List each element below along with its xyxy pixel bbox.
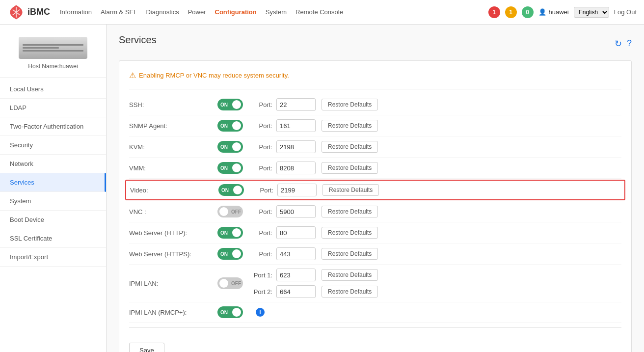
port-input-snmp[interactable]: [276, 119, 316, 132]
port-input-kvm[interactable]: [276, 140, 316, 153]
toggle-http[interactable]: ON: [217, 227, 243, 239]
restore-btn-vnc[interactable]: Restore Defaults: [322, 206, 378, 217]
service-row-http: Web Server (HTTP): ON Port: Restore Defa…: [129, 222, 621, 244]
toggle-ipmi-lan[interactable]: OFF: [217, 277, 243, 289]
sidebar-item-import-export[interactable]: Import/Export: [0, 248, 106, 267]
port2-input-ipmi-lan[interactable]: [276, 285, 316, 298]
service-row-vmm: VMM: ON Port: Restore Defaults: [129, 158, 621, 179]
toggle-https[interactable]: ON: [217, 248, 243, 260]
nav-information[interactable]: Information: [60, 8, 92, 16]
restore-btn-https[interactable]: Restore Defaults: [322, 248, 378, 260]
sidebar-item-boot-device[interactable]: Boot Device: [0, 211, 106, 229]
main-content: Services ↻ ? ⚠ Enabling RMCP or VNC may …: [107, 25, 644, 352]
toggle-ssh[interactable]: ON: [217, 99, 243, 110]
toggle-slider-https: ON: [217, 248, 243, 260]
badge-red[interactable]: 1: [488, 6, 500, 18]
badge-orange[interactable]: 1: [505, 6, 517, 18]
nav-alarm-sel[interactable]: Alarm & SEL: [101, 8, 137, 16]
divider-top: [129, 89, 621, 89]
service-label-http: Web Server (HTTP):: [129, 229, 217, 237]
restore-btn-ssh[interactable]: Restore Defaults: [322, 99, 378, 110]
toggle-slider-snmp: ON: [217, 120, 243, 132]
port1-input-ipmi-lan[interactable]: [276, 269, 316, 281]
toggle-kvm[interactable]: ON: [217, 141, 243, 153]
sidebar-item-local-users[interactable]: Local Users: [0, 80, 106, 99]
restore-btn-video[interactable]: Restore Defaults: [322, 184, 379, 196]
sidebar-item-ssl-certificate[interactable]: SSL Certificate: [0, 229, 106, 248]
toggle-vmm[interactable]: ON: [217, 162, 243, 174]
toggle-ipmi-rmcp[interactable]: ON: [217, 306, 243, 318]
port-input-http[interactable]: [276, 226, 316, 239]
badge-green[interactable]: 0: [522, 6, 534, 18]
warning-message: ⚠ Enabling RMCP or VNC may reduce system…: [129, 71, 621, 80]
restore-btn-http[interactable]: Restore Defaults: [322, 227, 378, 239]
port-input-vnc[interactable]: [276, 205, 316, 218]
port-input-vmm[interactable]: [276, 162, 316, 174]
restore-btn-ipmi-lan-2[interactable]: Restore Defaults: [322, 286, 378, 298]
port-label-vmm: Port:: [252, 164, 276, 172]
refresh-icon[interactable]: ↻: [615, 38, 622, 49]
service-row-ssh: SSH: ON Port: Restore Defaults: [129, 94, 621, 115]
nav-diagnostics[interactable]: Diagnostics: [146, 8, 179, 16]
toggle-video[interactable]: ON: [218, 184, 244, 196]
toggle-vnc[interactable]: OFF: [217, 206, 243, 217]
warning-icon: ⚠: [129, 71, 136, 80]
port-label-ssh: Port:: [252, 101, 276, 108]
save-button[interactable]: Save: [129, 343, 164, 352]
toggle-wrap-https: ON: [217, 248, 252, 260]
logout-button[interactable]: Log Out: [614, 8, 637, 16]
service-label-snmp: SNMP Agent:: [129, 122, 217, 130]
service-row-snmp: SNMP Agent: ON Port: Restore Defaults: [129, 115, 621, 136]
toggle-wrap-ssh: ON: [217, 99, 252, 110]
port2-label-ipmi-lan: Port 2:: [252, 288, 276, 296]
toggle-slider-video: ON: [218, 184, 244, 196]
toggle-wrap-http: ON: [217, 227, 252, 239]
toggle-wrap-snmp: ON: [217, 120, 252, 132]
main-nav: Information Alarm & SEL Diagnostics Powe…: [60, 8, 488, 16]
sidebar-item-security[interactable]: Security: [0, 136, 106, 155]
huawei-logo: [7, 3, 25, 21]
sidebar-item-network[interactable]: Network: [0, 155, 106, 173]
nav-remote-console[interactable]: Remote Console: [295, 8, 343, 16]
nav-configuration[interactable]: Configuration: [215, 8, 257, 16]
port-input-https[interactable]: [276, 247, 316, 260]
divider-bottom: [129, 327, 621, 328]
info-icon-ipmi-rmcp[interactable]: i: [256, 308, 265, 317]
service-label-kvm: KVM:: [129, 143, 217, 151]
restore-btn-kvm[interactable]: Restore Defaults: [322, 141, 378, 153]
toggle-snmp[interactable]: ON: [217, 120, 243, 132]
toggle-wrap-vnc: OFF: [217, 206, 252, 217]
port-label-video: Port:: [253, 187, 277, 194]
service-row-vnc: VNC : OFF Port: Restore Defaults: [129, 201, 621, 222]
restore-btn-ipmi-lan-1[interactable]: Restore Defaults: [322, 269, 378, 281]
device-line-2: [23, 47, 59, 49]
service-label-ipmi-rmcp: IPMI LAN (RMCP+):: [129, 309, 217, 316]
warning-text: Enabling RMCP or VNC may reduce system s…: [139, 72, 289, 79]
sidebar-item-two-factor[interactable]: Two-Factor Authentication: [0, 117, 106, 136]
toggle-slider-vnc: OFF: [217, 206, 243, 217]
page-title: Services: [119, 34, 157, 46]
restore-btn-snmp[interactable]: Restore Defaults: [322, 120, 378, 132]
sidebar-item-ldap[interactable]: LDAP: [0, 99, 106, 117]
port1-label-ipmi-lan: Port 1:: [252, 271, 276, 279]
help-icon[interactable]: ?: [627, 38, 632, 49]
restore-btn-vmm[interactable]: Restore Defaults: [322, 162, 378, 174]
sidebar-item-system[interactable]: System: [0, 192, 106, 211]
toggle-wrap-ipmi-lan: OFF: [217, 277, 252, 289]
device-line-1: [23, 44, 83, 46]
service-label-vmm: VMM:: [129, 164, 217, 172]
content-card: ⚠ Enabling RMCP or VNC may reduce system…: [119, 60, 632, 352]
sidebar-item-services[interactable]: Services: [0, 173, 106, 192]
nav-power[interactable]: Power: [188, 8, 206, 16]
language-select[interactable]: English 中文: [574, 7, 609, 18]
port-input-ssh[interactable]: [276, 98, 316, 111]
service-row-https: Web Server (HTTPS): ON Port: Restore Def…: [129, 244, 621, 265]
device-info: Host Name:huawei: [0, 29, 106, 78]
port-input-video[interactable]: [277, 184, 317, 196]
service-label-video: Video:: [130, 187, 218, 194]
service-row-video: Video: ON Port: Restore Defaults: [125, 180, 625, 200]
toggle-slider-kvm: ON: [217, 141, 243, 153]
toggle-wrap-vmm: ON: [217, 162, 252, 174]
nav-system[interactable]: System: [266, 8, 287, 16]
toggle-wrap-ipmi-rmcp: ON: [217, 306, 252, 318]
